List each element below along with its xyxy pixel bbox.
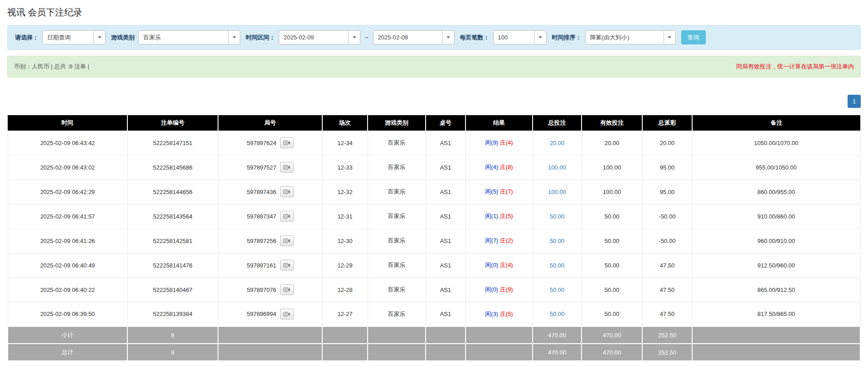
chevron-down-icon xyxy=(538,36,542,39)
cell-session: 12-30 xyxy=(322,228,368,253)
cell-session: 12-31 xyxy=(322,204,368,228)
video-icon xyxy=(283,287,291,292)
page-button-1[interactable]: 1 xyxy=(848,95,861,108)
subtotal-row: 小计 8 470.00 470.00 252.50 xyxy=(8,326,860,344)
cell-bet-id: 522258143564 xyxy=(127,204,218,228)
round-number: 597897527 xyxy=(247,164,276,171)
cell-game-type: 百家乐 xyxy=(368,228,426,253)
total-bet-link[interactable]: 20.00 xyxy=(550,140,565,146)
subtotal-empty-game xyxy=(368,326,426,344)
result-player: 闲(7) xyxy=(485,237,498,244)
total-bet-link[interactable]: 50.00 xyxy=(550,262,565,269)
query-type-select[interactable]: 日期查询 xyxy=(42,30,106,44)
table-row: 2025-02-09 06:40:22 522258140467 5978970… xyxy=(8,277,860,302)
game-type-dropdown-button[interactable] xyxy=(228,31,240,44)
page-size-select[interactable]: 100 xyxy=(493,30,547,44)
cell-valid-bet: 50.00 xyxy=(582,277,642,302)
chevron-down-icon xyxy=(353,36,356,39)
table-row: 2025-02-09 06:39:50 522258139384 5978969… xyxy=(8,302,860,326)
result-banker: 庄(4) xyxy=(500,262,513,268)
sort-dropdown-button[interactable] xyxy=(664,31,675,44)
page-size-label: 每页笔数： xyxy=(460,34,490,42)
cell-note: 910.00/860.00 xyxy=(692,204,860,228)
cell-result: 闲(1) 庄(5) xyxy=(466,204,533,228)
sort-select[interactable]: 降冪(由大到小) xyxy=(585,30,676,44)
grand-total-empty-session xyxy=(322,344,368,361)
subtotal-empty-result xyxy=(466,326,533,344)
cell-table-no: AS1 xyxy=(426,228,466,253)
grand-total-empty-result xyxy=(466,344,533,361)
result-banker: 庄(9) xyxy=(500,286,513,293)
page-size-dropdown-button[interactable] xyxy=(534,31,546,44)
cell-note: 912.50/960.00 xyxy=(692,253,860,277)
cell-bet-id: 522258142581 xyxy=(127,228,218,253)
result-banker: 庄(5) xyxy=(500,311,513,317)
cell-round: 597897256 xyxy=(218,228,322,253)
subtotal-total-bet: 470.00 xyxy=(533,326,582,344)
game-type-select[interactable]: 百家乐 xyxy=(138,30,240,44)
col-header-note: 备注 xyxy=(692,115,860,131)
chevron-down-icon xyxy=(446,36,450,39)
round-number: 597897161 xyxy=(247,262,276,269)
query-type-dropdown-button[interactable] xyxy=(93,31,105,44)
sort-value: 降冪(由大到小) xyxy=(586,31,664,44)
total-bet-link[interactable]: 100.00 xyxy=(548,164,566,171)
chevron-down-icon xyxy=(98,36,102,39)
video-replay-button[interactable] xyxy=(280,235,294,246)
game-type-value: 百家乐 xyxy=(139,31,228,44)
cell-game-type: 百家乐 xyxy=(368,155,426,180)
video-icon xyxy=(283,262,291,268)
total-bet-link[interactable]: 50.00 xyxy=(550,213,565,220)
cell-round: 597897161 xyxy=(218,253,322,277)
cell-game-type: 百家乐 xyxy=(368,253,426,277)
total-bet-link[interactable]: 100.00 xyxy=(548,189,566,195)
cell-note: 817.50/865.00 xyxy=(692,302,860,326)
cell-bet-id: 522258141476 xyxy=(127,253,218,277)
date-from-select[interactable]: 2025-02-09 xyxy=(279,30,360,44)
cell-session: 12-34 xyxy=(322,131,368,155)
query-type-label: 请选择： xyxy=(15,34,39,42)
records-table: 时间 注单编号 局号 场次 游戏类别 桌号 结果 总投注 有效投注 总派彩 备注… xyxy=(7,115,861,361)
search-button[interactable]: 查询 xyxy=(681,30,706,44)
total-bet-link[interactable]: 50.00 xyxy=(550,311,565,317)
table-row: 2025-02-09 06:41:26 522258142581 5978972… xyxy=(8,228,860,253)
cell-game-type: 百家乐 xyxy=(368,302,426,326)
cell-total-bet: 20.00 xyxy=(533,131,582,155)
video-replay-button[interactable] xyxy=(280,309,294,320)
result-banker: 庄(8) xyxy=(500,164,513,170)
grand-total-total-bet: 470.00 xyxy=(533,344,582,361)
video-replay-button[interactable] xyxy=(280,284,294,295)
result-player: 闲(3) xyxy=(485,311,498,317)
table-row: 2025-02-09 06:40:49 522258141476 5978971… xyxy=(8,253,860,277)
cell-time: 2025-02-09 06:42:29 xyxy=(8,180,127,204)
cell-valid-bet: 50.00 xyxy=(582,253,642,277)
total-bet-link[interactable]: 50.00 xyxy=(550,287,565,293)
date-from-dropdown-button[interactable] xyxy=(348,31,360,44)
cell-bet-id: 522258145686 xyxy=(127,155,218,180)
subtotal-valid-bet: 470.00 xyxy=(582,326,642,344)
video-replay-button[interactable] xyxy=(280,162,294,173)
date-to-dropdown-button[interactable] xyxy=(442,31,454,44)
cell-total-bet: 50.00 xyxy=(533,302,582,326)
table-body: 2025-02-09 06:43:42 522258147151 5978976… xyxy=(8,131,860,326)
grand-total-count: 8 xyxy=(127,344,218,361)
cell-table-no: AS1 xyxy=(426,277,466,302)
info-bar: 币别：人民币 | 总共 :8 注单 | 同局有效投注，统一计算在该局第一张注单内 xyxy=(7,56,861,78)
video-replay-button[interactable] xyxy=(280,186,294,197)
cell-payout: 95.00 xyxy=(642,155,692,180)
cell-round: 597897347 xyxy=(218,204,322,228)
cell-time: 2025-02-09 06:40:22 xyxy=(8,277,127,302)
cell-round: 597897076 xyxy=(218,277,322,302)
video-replay-button[interactable] xyxy=(280,211,294,222)
table-row: 2025-02-09 06:42:29 522258144656 5978974… xyxy=(8,180,860,204)
cell-total-bet: 50.00 xyxy=(533,204,582,228)
date-to-select[interactable]: 2025-02-09 xyxy=(373,30,455,44)
video-replay-button[interactable] xyxy=(280,260,294,271)
video-replay-button[interactable] xyxy=(280,137,294,148)
subtotal-empty-round xyxy=(218,326,322,344)
chevron-down-icon xyxy=(668,36,671,39)
total-bet-link[interactable]: 50.00 xyxy=(550,238,565,244)
chevron-down-icon xyxy=(233,36,236,39)
cell-time: 2025-02-09 06:43:42 xyxy=(8,131,127,155)
cell-session: 12-27 xyxy=(322,302,368,326)
